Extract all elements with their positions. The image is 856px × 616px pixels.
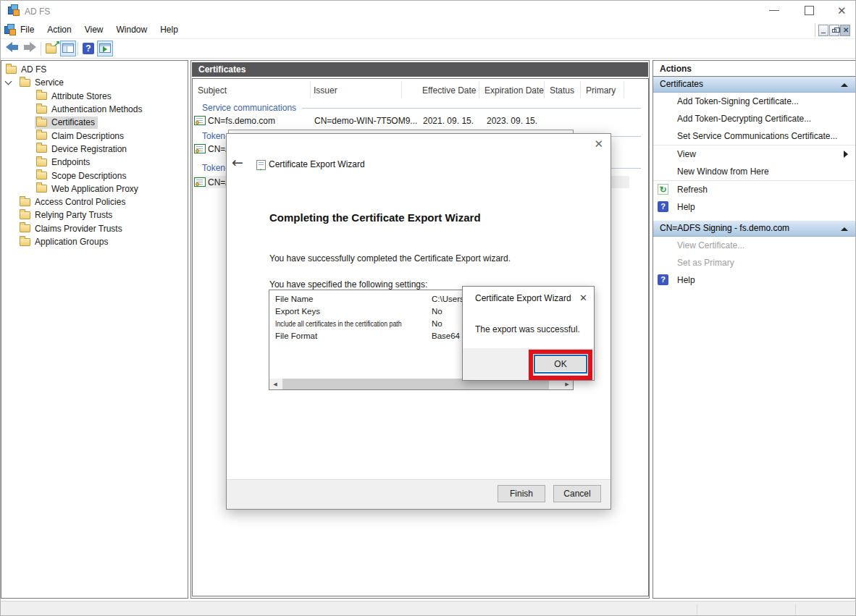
export-list-icon[interactable] [44, 41, 60, 56]
column-expiration-date[interactable]: Expiration Date [484, 85, 544, 96]
toolbar-separator [77, 42, 78, 56]
messagebox-message: The export was successful. [475, 324, 580, 334]
messagebox-title: Certificate Export Wizard [475, 293, 571, 303]
action-view[interactable]: View [653, 145, 855, 163]
tree-item-application-groups[interactable]: Application Groups [1, 235, 188, 248]
actions-pane-title: Actions [653, 61, 855, 77]
action-help[interactable]: Help [653, 198, 855, 216]
tree-item-access-control-policies[interactable]: Access Control Policies [1, 195, 188, 208]
certificate-export-icon [256, 160, 266, 170]
tree-item-service[interactable]: Service [1, 76, 188, 89]
mdi-restore-button[interactable] [829, 25, 839, 36]
menu-help[interactable]: Help [154, 22, 185, 38]
wizard-close-icon[interactable] [594, 138, 603, 151]
annotation-highlight [529, 350, 592, 380]
tree-item-endpoints[interactable]: Endpoints [1, 156, 188, 169]
folder-icon [36, 185, 47, 193]
folder-icon [20, 224, 30, 232]
export-successful-dialog: Certificate Export Wizard The export was… [462, 286, 595, 381]
cancel-button[interactable]: Cancel [553, 485, 601, 502]
folder-icon [36, 92, 47, 100]
tree-item-claim-descriptions[interactable]: Claim Descriptions [1, 129, 188, 142]
folder-icon [6, 66, 17, 74]
folder-icon [36, 159, 47, 166]
menu-action[interactable]: Action [41, 22, 77, 38]
folder-icon [20, 211, 30, 219]
folder-icon [36, 145, 47, 153]
certificate-icon [194, 116, 206, 125]
tree-item-relying-party-trusts[interactable]: Relying Party Trusts [1, 208, 188, 221]
maximize-button[interactable] [799, 1, 821, 21]
folder-icon [20, 198, 30, 206]
action-set-service-communications[interactable]: Set Service Communications Certificate..… [653, 127, 855, 145]
tree-item-authentication-methods[interactable]: Authentication Methods [1, 103, 188, 116]
action-add-token-signing[interactable]: Add Token-Signing Certificate... [653, 93, 855, 110]
certificate-row[interactable]: CN=fs.demo.com CN=demo-WIN-7T5OM9... 202… [193, 114, 629, 127]
help-icon [658, 274, 668, 285]
mdi-close-button[interactable] [840, 25, 850, 36]
actions-section-certificates[interactable]: Certificates [653, 77, 855, 93]
action-set-as-primary[interactable]: Set as Primary [653, 254, 855, 271]
folder-icon [36, 172, 47, 180]
forward-icon[interactable] [23, 42, 36, 52]
action-refresh[interactable]: Refresh [653, 181, 855, 198]
folder-icon [36, 106, 47, 114]
column-subject[interactable]: Subject [198, 85, 227, 96]
tree-item-certificates[interactable]: Certificates [1, 116, 188, 129]
folder-icon [20, 238, 30, 246]
wizard-title: Certificate Export Wizard [269, 159, 365, 169]
collapse-icon[interactable] [841, 227, 848, 231]
title-bar: AD FS [1, 1, 855, 21]
show-console-tree-icon[interactable] [60, 41, 76, 56]
column-effective-date[interactable]: Effective Date [422, 85, 476, 96]
minimize-button[interactable] [763, 1, 785, 21]
chevron-down-icon[interactable] [5, 78, 12, 85]
wizard-message: You have successfully completed the Cert… [269, 253, 511, 263]
menu-file[interactable]: File [14, 22, 41, 38]
actions-panel: Actions Certificates Add Token-Signing C… [653, 60, 856, 599]
status-bar [1, 601, 855, 616]
certificate-icon [194, 144, 206, 153]
column-primary[interactable]: Primary [586, 85, 616, 96]
results-pane-title: Certificates [192, 62, 648, 77]
list-group-service-communications: Service communications [193, 101, 645, 114]
action-view-certificate[interactable]: View Certificate... [653, 237, 855, 254]
mdi-minimize-button[interactable] [818, 25, 828, 36]
certificate-icon [194, 177, 206, 187]
close-button[interactable] [832, 1, 854, 21]
finish-button[interactable]: Finish [498, 485, 545, 502]
tree-item-device-registration[interactable]: Device Registration [1, 143, 188, 156]
submenu-arrow-icon [844, 151, 848, 158]
menu-bar: File Action View Window Help [1, 21, 855, 39]
messagebox-close-icon[interactable] [579, 292, 587, 303]
tree-item-scope-descriptions[interactable]: Scope Descriptions [1, 169, 188, 182]
tree-item-web-application-proxy[interactable]: Web Application Proxy [1, 182, 188, 195]
mdi-separator [815, 23, 815, 37]
folder-icon [36, 119, 47, 127]
help-icon [658, 201, 668, 212]
actions-section-adfs-signing[interactable]: CN=ADFS Signing - fs.demo.com [653, 221, 855, 237]
toolbar-separator [41, 42, 41, 56]
refresh-icon [658, 184, 668, 195]
console-tree-panel: AD FS Service Attribute Stores Authentic… [1, 60, 188, 599]
menu-view[interactable]: View [78, 22, 110, 38]
column-status[interactable]: Status [550, 85, 574, 96]
wizard-heading: Completing the Certificate Export Wizard [269, 211, 481, 224]
tree-item-claims-provider-trusts[interactable]: Claims Provider Trusts [1, 222, 188, 235]
window-title: AD FS [25, 7, 50, 17]
scroll-left-icon[interactable]: ◀ [269, 379, 281, 389]
action-new-window[interactable]: New Window from Here [653, 163, 855, 180]
back-icon[interactable] [6, 42, 19, 52]
wizard-back-icon[interactable] [232, 154, 243, 170]
column-header-row: Subject Issuer Effective Date Expiration… [193, 79, 648, 101]
column-issuer[interactable]: Issuer [314, 85, 337, 96]
show-action-pane-icon[interactable] [97, 41, 113, 56]
menu-window[interactable]: Window [110, 22, 154, 38]
action-add-token-decrypting[interactable]: Add Token-Decrypting Certificate... [653, 110, 855, 127]
action-help-2[interactable]: Help [653, 271, 855, 289]
help-icon[interactable] [80, 41, 96, 56]
wizard-footer: Finish Cancel [227, 479, 610, 509]
tree-item-adfs[interactable]: AD FS [1, 63, 188, 76]
tree-item-attribute-stores[interactable]: Attribute Stores [1, 90, 188, 103]
collapse-icon[interactable] [841, 83, 848, 87]
